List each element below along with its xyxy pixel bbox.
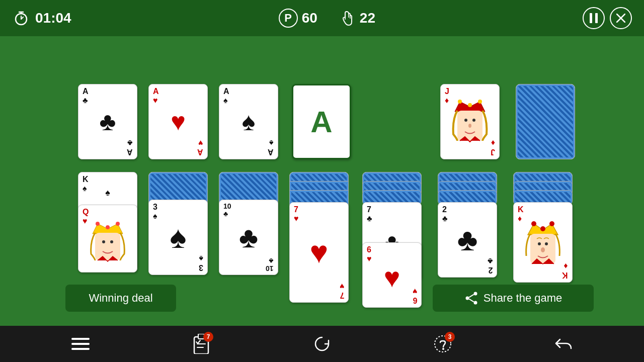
card-ace-hearts[interactable]: A♥ ♥ A♥ bbox=[148, 84, 208, 159]
bottom-bar: 7 3 bbox=[0, 326, 644, 362]
svg-point-36 bbox=[465, 297, 469, 300]
card-ace-spades[interactable]: A♠ ♠ A♠ bbox=[219, 84, 278, 159]
svg-point-28 bbox=[531, 221, 536, 226]
refresh-button[interactable] bbox=[310, 332, 334, 356]
tasks-button[interactable]: 7 bbox=[189, 332, 213, 356]
svg-point-21 bbox=[96, 222, 100, 226]
stock-card[interactable]: A bbox=[292, 84, 351, 159]
svg-point-48 bbox=[442, 348, 444, 350]
moves-value: 22 bbox=[360, 10, 375, 26]
top-bar: 01:04 P 60 22 bbox=[0, 0, 644, 36]
timer-value: 01:04 bbox=[35, 10, 71, 26]
svg-rect-24 bbox=[95, 233, 120, 260]
menu-button[interactable] bbox=[68, 332, 93, 356]
svg-rect-41 bbox=[71, 343, 90, 345]
svg-point-25 bbox=[102, 240, 105, 243]
share-icon bbox=[464, 291, 478, 305]
svg-point-14 bbox=[468, 103, 472, 107]
tasks-badge: 7 bbox=[203, 332, 213, 342]
svg-point-18 bbox=[472, 119, 475, 122]
card-2-clubs[interactable]: 2♣ ♣ 2♣ bbox=[438, 202, 497, 278]
moves-icon bbox=[338, 9, 356, 27]
svg-line-38 bbox=[469, 295, 473, 298]
card-king-diamonds[interactable]: K♦ bbox=[513, 202, 573, 283]
hint-button[interactable]: 3 bbox=[431, 332, 455, 356]
svg-point-26 bbox=[110, 240, 113, 243]
svg-rect-9 bbox=[595, 13, 598, 23]
card-6-hearts[interactable]: 6♥ ♥ 6♥ bbox=[362, 242, 422, 308]
card-10-clubs[interactable]: 10♣ ♣ 10♣ bbox=[219, 200, 278, 275]
hint-badge: 3 bbox=[445, 332, 455, 342]
score-section: P 60 22 bbox=[279, 9, 375, 28]
undo-button[interactable] bbox=[551, 332, 576, 356]
timer-icon bbox=[12, 9, 30, 27]
svg-point-32 bbox=[538, 242, 541, 245]
share-game-button[interactable]: Share the game bbox=[433, 285, 594, 312]
svg-line-39 bbox=[469, 299, 473, 302]
card-queen-hearts[interactable]: Q♥ bbox=[78, 205, 137, 273]
svg-point-17 bbox=[464, 119, 467, 122]
points-icon: P bbox=[284, 12, 292, 25]
card-ace-clubs[interactable]: A♣ ♣ A♣ bbox=[78, 84, 137, 159]
svg-point-22 bbox=[106, 225, 110, 229]
svg-point-19 bbox=[468, 124, 471, 128]
card-7-hearts[interactable]: 7♥ ♥ 7♥ bbox=[289, 202, 349, 303]
controls-section bbox=[583, 7, 632, 29]
svg-rect-8 bbox=[590, 13, 592, 23]
close-button[interactable] bbox=[610, 7, 632, 29]
svg-rect-42 bbox=[71, 348, 90, 350]
timer-section: 01:04 bbox=[12, 9, 71, 27]
pause-button[interactable] bbox=[583, 7, 605, 29]
winning-deal-button[interactable]: Winning deal bbox=[65, 285, 176, 312]
svg-point-15 bbox=[478, 100, 482, 104]
points-value: 60 bbox=[302, 10, 317, 26]
game-area: A♣ ♣ A♣ A♥ ♥ A♥ A♠ ♠ A♠ A J♦ bbox=[0, 36, 644, 326]
points-section: P 60 bbox=[279, 9, 317, 28]
svg-point-13 bbox=[458, 100, 462, 104]
card-3-spades[interactable]: 3♠ ♠ 3♠ bbox=[148, 200, 208, 275]
svg-point-33 bbox=[545, 242, 548, 245]
card-jack-diamonds[interactable]: J♦ bbox=[440, 84, 500, 159]
svg-point-37 bbox=[473, 301, 477, 305]
svg-rect-40 bbox=[71, 338, 90, 340]
svg-point-35 bbox=[473, 292, 477, 296]
svg-point-30 bbox=[549, 221, 554, 226]
svg-point-29 bbox=[540, 226, 545, 231]
moves-section: 22 bbox=[338, 9, 375, 27]
svg-point-23 bbox=[116, 222, 120, 226]
svg-point-34 bbox=[541, 247, 545, 252]
